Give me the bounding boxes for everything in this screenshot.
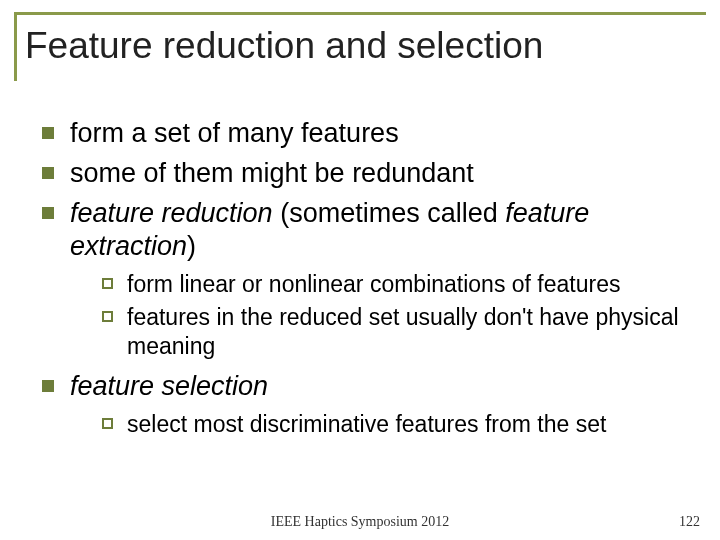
bullet-square-icon <box>42 127 54 139</box>
bullet-item: feature selection <box>42 370 706 404</box>
sub-bullet-text: form linear or nonlinear combinations of… <box>127 270 620 299</box>
bullet-square-icon <box>42 167 54 179</box>
bullet-text-span: (sometimes called <box>273 198 506 228</box>
bullet-item: some of them might be redundant <box>42 157 706 191</box>
sub-bullet-item: select most discriminative features from… <box>102 410 706 439</box>
bullet-item: form a set of many features <box>42 117 706 151</box>
bullet-text: feature reduction (sometimes called feat… <box>70 197 706 265</box>
sub-bullet-item: features in the reduced set usually don'… <box>102 303 706 361</box>
bullet-text: feature selection <box>70 370 268 404</box>
sub-bullet-square-icon <box>102 418 113 429</box>
page-number: 122 <box>679 514 700 530</box>
sub-bullet-text: select most discriminative features from… <box>127 410 606 439</box>
bullet-text-italic: feature reduction <box>70 198 273 228</box>
sub-bullet-square-icon <box>102 311 113 322</box>
sub-bullet-group: select most discriminative features from… <box>42 410 706 439</box>
bullet-square-icon <box>42 207 54 219</box>
bullet-text: form a set of many features <box>70 117 399 151</box>
bullet-square-icon <box>42 380 54 392</box>
sub-bullet-item: form linear or nonlinear combinations of… <box>102 270 706 299</box>
sub-bullet-square-icon <box>102 278 113 289</box>
sub-bullet-group: form linear or nonlinear combinations of… <box>42 270 706 360</box>
bullet-item: feature reduction (sometimes called feat… <box>42 197 706 265</box>
bullet-text-span: ) <box>187 231 196 261</box>
footer: IEEE Haptics Symposium 2012 122 <box>0 514 720 530</box>
sub-bullet-text: features in the reduced set usually don'… <box>127 303 706 361</box>
content-area: form a set of many features some of them… <box>14 117 706 439</box>
slide-title: Feature reduction and selection <box>25 25 706 67</box>
footer-center-text: IEEE Haptics Symposium 2012 <box>271 514 450 530</box>
bullet-text: some of them might be redundant <box>70 157 474 191</box>
title-container: Feature reduction and selection <box>14 12 706 81</box>
